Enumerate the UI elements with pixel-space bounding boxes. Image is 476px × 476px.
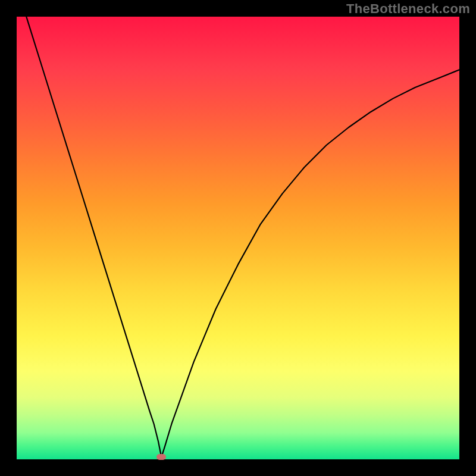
plot-area <box>17 17 459 459</box>
watermark-text: TheBottleneck.com <box>346 1 470 17</box>
min-marker <box>156 454 166 460</box>
chart-frame: TheBottleneck.com <box>0 0 476 476</box>
bottleneck-curve <box>17 17 459 459</box>
